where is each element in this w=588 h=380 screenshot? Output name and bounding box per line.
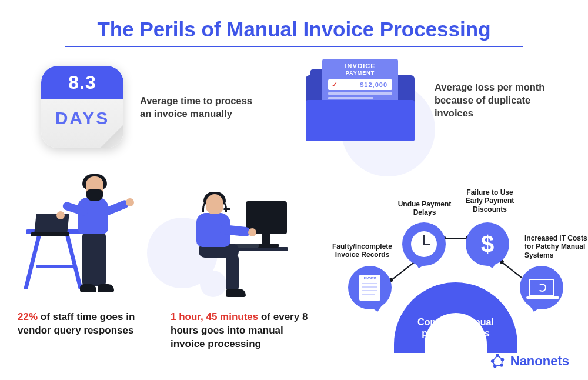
brand-logo: Nanonets [489,353,569,369]
diagram-center-label: Common manual process issues [416,316,495,339]
calendar-value: 8.3 [41,66,123,99]
standing-person-illustration [24,176,129,300]
invoice-subheading: PAYMENT [322,70,398,76]
bubble-invoice-records-icon [348,266,392,309]
bubble-label-2: Undue Payment Delays [395,200,454,217]
invoice-folder-icon: INVOICE PAYMENT $12,000 [306,59,415,141]
manual-time-highlight: 1 hour, 45 minutes [171,311,258,322]
invoice-heading: INVOICE [322,62,398,69]
connector-line [444,238,467,239]
seated-person-illustration [176,193,288,302]
svg-line-6 [497,355,502,359]
title-underline [65,46,523,47]
stat-manual-time: 1 hour, 45 minutes of every 8 hours goes… [171,311,318,351]
svg-line-5 [492,355,497,361]
calendar-icon: 8.3 DAYS [41,66,123,148]
bubble-laptop-icon [520,266,563,309]
invoice-amount: $12,000 [328,79,392,90]
bubble-label-3: Failure to Use Early Payment Discounts [457,188,522,214]
brand-name: Nanonets [510,354,569,369]
staff-time-highlight: 22% [18,311,38,322]
page-title: The Perils of Manual Invoice Processing [0,18,588,41]
stat-staff-time: 22% of staff time goes in vendor query r… [18,311,159,338]
stat-avg-time: Average time to process an invoice manua… [140,94,258,121]
calendar-unit: DAYS [41,99,123,128]
nanonets-icon [489,353,506,369]
stat-avg-loss: Average loss per month because of duplic… [435,81,561,120]
common-issues-diagram: Common manual process issues $ Faulty/In… [329,176,576,353]
bubble-dollar-icon: $ [466,222,509,266]
bubble-label-1: Faulty/Incomplete Invoice Records [327,242,397,259]
bubble-label-4: Increased IT Costs for Patchy Manual Sys… [524,234,588,259]
bubble-clock-icon [402,222,446,266]
